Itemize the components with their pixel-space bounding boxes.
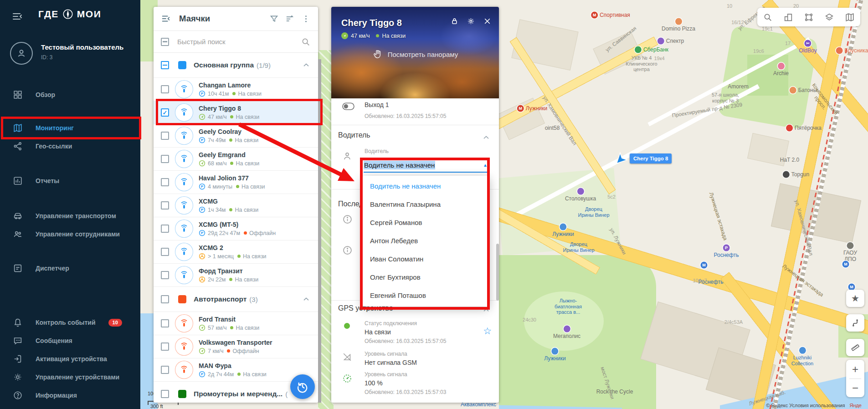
panorama-button[interactable]: Посмотреть панораму [331, 49, 499, 60]
track-history-button[interactable] [290, 374, 315, 399]
vehicle-checkbox[interactable] [161, 178, 169, 186]
vehicle-row[interactable]: Ford Transit57 км/чНа связи [154, 312, 318, 335]
sort-icon[interactable] [285, 14, 295, 24]
close-icon[interactable] [483, 17, 492, 26]
vehicle-checkbox[interactable] [161, 155, 169, 163]
sidebar-item-events[interactable]: Контроль событий 10 [0, 313, 140, 332]
driver-section-title: Водитель [338, 131, 370, 139]
vehicle-checkbox[interactable] [161, 248, 169, 256]
vehicle-row[interactable]: XCMGP1ч 34мНа связи [154, 194, 318, 217]
driver-option[interactable]: Водитель не назначен [363, 177, 489, 195]
favorites-button[interactable]: ★ [846, 290, 864, 307]
filter-icon[interactable] [269, 14, 279, 24]
sidebar-collapse-icon[interactable] [12, 11, 23, 22]
map-label: МСпортивная [591, 12, 630, 19]
lock-icon[interactable] [450, 17, 459, 26]
driver-select[interactable]: Водитель не назначен ▲ [364, 158, 488, 173]
vehicle-checkbox[interactable] [161, 225, 169, 233]
driver-option[interactable]: Олег Бухтияров [363, 268, 489, 286]
list-scrollbar[interactable] [318, 59, 321, 403]
vehicle-checkbox[interactable] [161, 343, 169, 351]
map-poi-icon [783, 171, 790, 178]
beacon-icon [175, 337, 193, 356]
driver-option[interactable]: Антон Лебедев [363, 231, 489, 250]
sidebar-item-reports[interactable]: Отчеты [0, 172, 140, 190]
chevron-up-icon[interactable] [302, 295, 311, 304]
group-row[interactable]: Основная группа(1/9) [154, 53, 318, 78]
hand-icon [372, 49, 383, 60]
sidebar-item-geolinks[interactable]: Гео-ссылки [0, 137, 140, 155]
sidebar-item-transport[interactable]: Управление транспортом [0, 207, 140, 225]
map-search-icon[interactable] [763, 12, 773, 22]
detail-scrollbar[interactable] [496, 244, 499, 301]
sidebar-item-monitoring[interactable]: Мониторинг [0, 119, 140, 137]
sidebar-item-overview[interactable]: Обзор [0, 86, 140, 104]
track-route-button[interactable] [846, 314, 864, 332]
driver-option[interactable]: Евгений Поташов [363, 286, 489, 304]
chevron-up-icon[interactable] [482, 306, 491, 315]
zoom-out-button[interactable]: − [846, 379, 864, 397]
settings-gear-icon[interactable] [467, 17, 475, 26]
select-caret-icon: ▲ [483, 163, 488, 168]
vehicle-row[interactable]: Changan LamoreP10ч 41мНа связи [154, 78, 318, 101]
chevron-up-icon[interactable] [302, 61, 311, 70]
map-label: PРоснефть [714, 245, 739, 259]
vehicle-row[interactable]: Volkswagen Transporter7 км/чОффлайн [154, 335, 318, 358]
vehicle-row[interactable]: Haval Jolion 377P4 минутыНа связи [154, 171, 318, 194]
chevron-up-icon[interactable] [482, 133, 491, 142]
vehicle-row[interactable]: Форд Транзит2ч 22мНа связи [154, 264, 318, 287]
vehicle-row[interactable]: Geely CoolrayP7ч 49мНа связи [154, 124, 318, 148]
kebab-menu-icon[interactable] [301, 14, 311, 24]
map-poi-icon: М [842, 261, 849, 268]
driver-option[interactable]: Иван Соломатин [363, 250, 489, 268]
map-city-icon[interactable] [783, 12, 793, 22]
sidebar-item-messages[interactable]: Сообщения [0, 332, 140, 350]
sidebar-item-dispatcher[interactable]: Диспетчер [0, 259, 140, 277]
copyright-text[interactable]: © Яндекс Условия использования [766, 403, 845, 408]
panel-collapse-icon[interactable] [161, 14, 171, 24]
vehicle-row[interactable]: Chery Tiggo 847 км/чНа связи [154, 101, 318, 124]
map-layers-icon[interactable] [824, 12, 834, 22]
vehicle-name: Chery Tiggo 8 [199, 105, 259, 112]
favorite-star-icon[interactable]: ☆ [483, 326, 492, 337]
vehicle-row[interactable]: XCMG (MT-5)P29д 22ч 47мОффлайн [154, 217, 318, 240]
driver-option[interactable]: Валентина Глазырина [363, 195, 489, 213]
info-icon[interactable] [342, 245, 353, 256]
group-checkbox[interactable] [161, 61, 169, 69]
vehicle-name: Volkswagen Transporter [199, 339, 272, 346]
sidebar-item-devices[interactable]: Управление устройствами [0, 368, 140, 386]
group-checkbox[interactable] [161, 390, 169, 398]
vehicle-checkbox[interactable] [161, 132, 169, 140]
vehicle-checkbox[interactable] [161, 271, 169, 279]
info-icon[interactable] [342, 214, 353, 225]
ruler-button[interactable] [846, 339, 864, 356]
vehicle-row[interactable]: Geely Emgrand68 км/чНа связи [154, 148, 318, 171]
group-checkbox[interactable] [161, 295, 169, 303]
driver-person-icon [342, 151, 352, 161]
map-toolbar [757, 8, 860, 26]
select-all-checkbox[interactable] [161, 38, 169, 46]
sidebar-item-employees[interactable]: Управление сотрудниками [0, 225, 140, 243]
vehicle-map-label[interactable]: Chery Tiggo 8 [630, 153, 672, 164]
map-polygon-icon[interactable] [804, 12, 814, 22]
vehicle-checkbox[interactable] [161, 319, 169, 327]
zoom-in-button[interactable]: + [846, 360, 864, 378]
vehicle-checkbox[interactable] [161, 85, 169, 93]
search-icon[interactable] [301, 37, 311, 47]
vehicle-checkbox[interactable] [161, 366, 169, 374]
photo-star-icon[interactable]: ☆ [481, 386, 491, 398]
svg-text:P: P [201, 138, 203, 142]
sidebar-item-info[interactable]: Информация [0, 386, 140, 404]
toggle-off-icon[interactable] [342, 102, 354, 110]
group-row[interactable]: Автотранспорт(3) [154, 287, 318, 312]
user-id: ID: 3 [41, 54, 123, 61]
map-type-icon[interactable] [845, 12, 855, 22]
vehicle-checkbox[interactable] [161, 108, 169, 117]
vehicle-checkbox[interactable] [161, 201, 169, 210]
sidebar-item-activation[interactable]: Активация устройства [0, 350, 140, 368]
detail-actions [450, 17, 492, 26]
user-block[interactable]: Тестовый пользователь ID: 3 [10, 42, 123, 65]
vehicle-row[interactable]: XCMG 2> 1 месяцНа связи [154, 240, 318, 264]
driver-option[interactable]: Сергей Романов [363, 213, 489, 231]
search-input[interactable] [176, 37, 293, 46]
